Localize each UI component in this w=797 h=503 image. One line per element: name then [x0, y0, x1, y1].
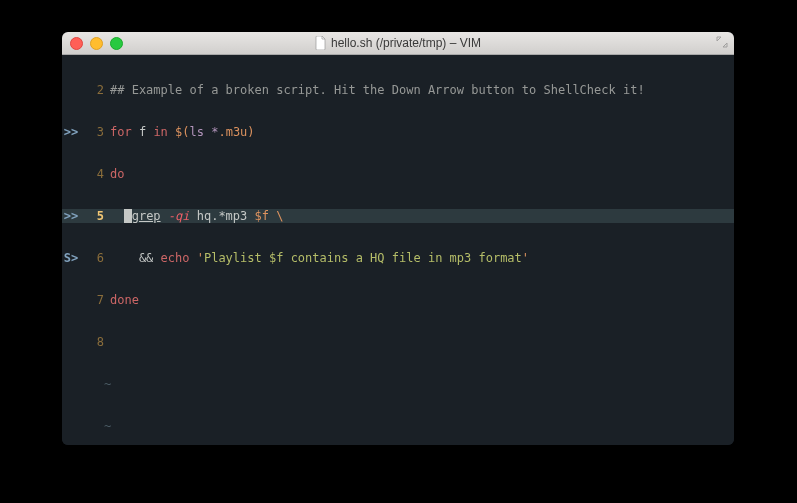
code-line[interactable]: >> 3 for f in $(ls *.m3u) — [62, 125, 734, 139]
code-line[interactable]: 8 — [62, 335, 734, 349]
document-icon — [315, 36, 327, 50]
line-number: 7 — [80, 293, 110, 307]
sign-col — [62, 293, 80, 307]
close-icon[interactable] — [70, 37, 83, 50]
code-line[interactable]: S> 6 && echo 'Playlist $f contains a HQ … — [62, 251, 734, 265]
titlebar: hello.sh (/private/tmp) – VIM — [62, 32, 734, 55]
sign-col — [62, 83, 80, 97]
sign-col: >> — [62, 125, 80, 139]
sign-col: S> — [62, 251, 80, 265]
code-line[interactable]: 2 ## Example of a broken script. Hit the… — [62, 83, 734, 97]
code-text — [110, 335, 734, 349]
window-title-text: hello.sh (/private/tmp) – VIM — [331, 36, 481, 50]
line-number: 8 — [80, 335, 110, 349]
code-text: grep -qi hq.*mp3 $f \ — [110, 209, 734, 223]
sign-col — [62, 335, 80, 349]
line-number: 2 — [80, 83, 110, 97]
code-text: do — [110, 167, 734, 181]
window: hello.sh (/private/tmp) – VIM 2 ## Examp… — [62, 32, 734, 445]
line-number: 3 — [80, 125, 110, 139]
empty-line: ~ — [62, 377, 734, 391]
line-number: 5 — [80, 209, 110, 223]
editor-pane[interactable]: 2 ## Example of a broken script. Hit the… — [62, 55, 734, 445]
expand-icon[interactable] — [716, 36, 728, 48]
cursor — [124, 209, 131, 223]
zoom-icon[interactable] — [110, 37, 123, 50]
code-text: for f in $(ls *.m3u) — [110, 125, 734, 139]
terminal[interactable]: 2 ## Example of a broken script. Hit the… — [62, 55, 734, 445]
code-line[interactable]: 7 done — [62, 293, 734, 307]
code-line[interactable]: 4 do — [62, 167, 734, 181]
code-text: done — [110, 293, 734, 307]
sign-col: >> — [62, 209, 80, 223]
code-line-current[interactable]: >> 5 grep -qi hq.*mp3 $f \ — [62, 209, 734, 223]
minimize-icon[interactable] — [90, 37, 103, 50]
code-text: && echo 'Playlist $f contains a HQ file … — [110, 251, 734, 265]
traffic-lights — [70, 37, 123, 50]
line-number: 4 — [80, 167, 110, 181]
code-text: ## Example of a broken script. Hit the D… — [110, 83, 734, 97]
window-title: hello.sh (/private/tmp) – VIM — [62, 36, 734, 50]
line-number: 6 — [80, 251, 110, 265]
sign-col — [62, 167, 80, 181]
empty-line: ~ — [62, 419, 734, 433]
